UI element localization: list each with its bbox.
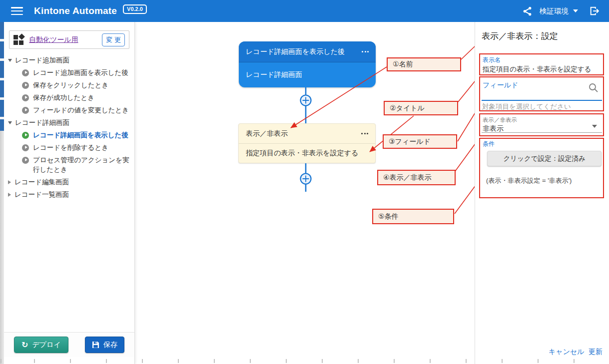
triangle-down-icon (8, 121, 12, 124)
triangle-right-icon (8, 180, 11, 184)
sync-icon: ↻ (21, 341, 28, 349)
play-circle-icon (22, 107, 29, 114)
annotation-label: ③フィールド (389, 137, 431, 146)
annotation-box-name: ①名前 (387, 57, 461, 71)
tree-item-on-field-change[interactable]: フィールドの値を変更したとき (22, 104, 134, 116)
settings-panel: 表示／非表示：設定 表示名 指定項目の表示・非表示を設定する フィールド 対象項… (475, 22, 609, 364)
field-helper-text: 対象項目を選択してください (482, 102, 571, 111)
logout-icon[interactable] (589, 5, 600, 16)
display-name-value[interactable]: 指定項目の表示・非表示を設定する (483, 65, 603, 74)
version-badge: V0.2.0 (123, 4, 147, 14)
action-node-subtitle: 指定項目の表示・非表示を設定する (239, 144, 375, 163)
tree-item-label: プロセス管理のアクションを実行したとき (33, 155, 132, 174)
annotation-box-visibility: ④表示／非表示 (377, 170, 456, 185)
trigger-node[interactable]: レコード詳細画面を表示した後 レコード詳細画面 (239, 41, 376, 87)
deploy-button[interactable]: ↻ デプロイ (14, 337, 68, 353)
tree-item-label: レコードを削除するとき (33, 143, 108, 152)
annotation-label: ④表示／非表示 (383, 173, 432, 182)
visibility-select-region[interactable]: 表示／非表示 非表示 (479, 113, 604, 136)
change-app-button[interactable]: 変 更 (102, 33, 125, 46)
action-node[interactable]: 表示／非表示 指定項目の表示・非表示を設定する (238, 123, 376, 163)
cancel-link[interactable]: キャンセル (549, 348, 585, 357)
field-search-input[interactable] (483, 89, 583, 99)
menu-icon[interactable] (11, 7, 23, 15)
play-circle-icon (22, 69, 29, 76)
condition-setting-button[interactable]: クリックで設定：設定済み (487, 151, 602, 166)
annotation-box-field: ③フィールド (383, 134, 457, 149)
tree-group-label: レコード一覧画面 (14, 190, 69, 199)
add-step-button[interactable] (301, 174, 311, 184)
action-node-title: 表示／非表示 (246, 129, 288, 138)
update-link[interactable]: 更新 (589, 348, 603, 357)
triangle-down-icon (8, 59, 12, 62)
app-name-link[interactable]: 自動化ツール用 (29, 35, 78, 44)
tree-item-label: フィールドの値を変更したとき (33, 105, 129, 115)
annotation-box-condition: ⑤条件 (372, 209, 454, 224)
visibility-label: 表示／非表示 (483, 116, 603, 123)
app-icon (13, 34, 24, 45)
field-select-region: フィールド 対象項目を選択してください (479, 76, 604, 111)
triangle-right-icon (8, 193, 11, 197)
tree-item-after-show-detail-screen[interactable]: レコード詳細画面を表示した後 (22, 129, 134, 141)
deploy-label: デプロイ (32, 341, 60, 350)
tree-group-label: レコード編集画面 (14, 178, 69, 186)
trigger-node-title: レコード詳細画面を表示した後 (246, 47, 345, 56)
tree-item-label: レコード追加画面を表示した後 (33, 68, 128, 77)
condition-region: 条件 クリックで設定：設定済み (表示・非表示設定 = '非表示') (479, 138, 604, 198)
tree-group-record-list-screen[interactable]: レコード一覧画面 (4, 188, 134, 201)
app-root: Kintone Automate V0.2.0 検証環境 自動化ツール用 (0, 0, 609, 364)
tree-item-label: 保存が成功したとき (33, 93, 94, 102)
play-circle-icon (22, 82, 29, 89)
tree-group-record-add-screen[interactable]: レコード追加画面 (4, 54, 134, 66)
play-circle-icon (22, 144, 29, 151)
play-circle-icon (22, 157, 29, 164)
field-input-underline (482, 100, 602, 101)
save-button[interactable]: 保存 (85, 337, 124, 353)
annotation-box-title: ②タイトル (384, 101, 458, 115)
environment-label: 検証環境 (540, 6, 569, 16)
trigger-node-header: レコード詳細画面を表示した後 (239, 41, 376, 62)
app-selector-box: 自動化ツール用 変 更 (9, 30, 129, 49)
tree-group-label: レコード追加画面 (15, 56, 69, 64)
environment-selector[interactable]: 検証環境 (540, 6, 578, 16)
condition-expression: (表示・非表示設定 = '非表示') (486, 176, 572, 185)
trigger-node-subtitle: レコード詳細画面 (239, 62, 376, 87)
condition-label: 条件 (483, 140, 495, 148)
caret-down-icon[interactable] (592, 125, 597, 128)
tree-item-on-save-click[interactable]: 保存をクリックしたとき (22, 79, 134, 91)
tree-item-on-process-action[interactable]: プロセス管理のアクションを実行したとき (22, 154, 134, 176)
display-name-region: 表示名 指定項目の表示・非表示を設定する (479, 53, 604, 75)
annotation-label: ②タイトル (390, 104, 425, 113)
tree-item-on-record-delete[interactable]: レコードを削除するとき (22, 141, 134, 154)
visibility-underline (482, 132, 602, 133)
floppy-icon (92, 341, 99, 349)
add-step-button[interactable] (301, 95, 311, 106)
node-menu-icon[interactable] (362, 49, 369, 54)
search-icon[interactable] (588, 82, 599, 93)
field-label: フィールド (483, 81, 518, 90)
sidebar-footer: ↻ デプロイ 保存 (4, 332, 134, 357)
sidebar: 自動化ツール用 変 更 レコード追加画面 レコード追加画面を表示した後 保存をク… (4, 22, 135, 364)
save-label: 保存 (103, 341, 117, 350)
tree-group-record-edit-screen[interactable]: レコード編集画面 (4, 176, 134, 188)
display-name-label: 表示名 (483, 56, 603, 64)
left-strip-lower (0, 131, 4, 364)
tree-item-on-save-success[interactable]: 保存が成功したとき (22, 91, 134, 104)
share-icon[interactable] (522, 6, 533, 16)
app-title: Kintone Automate (34, 5, 117, 16)
chevron-down-icon (573, 9, 578, 12)
tree-group-label: レコード詳細画面 (15, 118, 69, 127)
action-node-header: 表示／非表示 (239, 124, 375, 144)
tree-group-record-detail-screen[interactable]: レコード詳細画面 (4, 116, 134, 129)
play-circle-icon-green (22, 132, 29, 139)
annotation-label: ①名前 (393, 60, 413, 69)
tree-item-label: 保存をクリックしたとき (33, 80, 108, 90)
left-edge-strip (0, 22, 4, 364)
tree-item-after-show-add-screen[interactable]: レコード追加画面を表示した後 (22, 66, 134, 79)
event-tree: レコード追加画面 レコード追加画面を表示した後 保存をクリックしたとき 保存が成… (4, 54, 134, 201)
tree-item-label: レコード詳細画面を表示した後 (33, 130, 128, 140)
panel-title: 表示／非表示：設定 (482, 30, 558, 42)
annotation-label: ⑤条件 (378, 212, 399, 221)
left-strip-segments (0, 22, 4, 131)
node-menu-icon[interactable] (361, 131, 368, 136)
